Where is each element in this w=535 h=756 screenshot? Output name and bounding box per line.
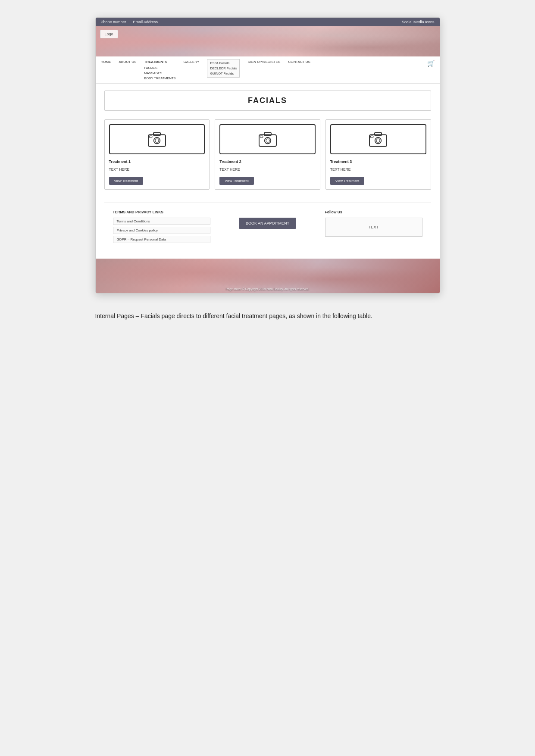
nav-espa-facials[interactable]: ESPA Facials [210,61,237,66]
svg-rect-6 [264,133,271,135]
footer-link-terms[interactable]: Terms and Conditions [113,218,210,225]
svg-rect-11 [375,133,382,135]
view-treatment-btn-3[interactable]: View Treatment [330,177,364,185]
treatment-text-3: TEXT HERE [330,167,351,172]
svg-point-3 [155,139,159,142]
hero-banner: Logo [96,26,440,56]
svg-rect-10 [369,135,387,147]
footer-columns: TERMS AND PRIVACY LINKS Terms and Condit… [104,210,431,252]
nav-treatments[interactable]: TREATMENTS [144,59,175,64]
view-treatment-btn-2[interactable]: View Treatment [219,177,253,185]
camera-icon-2 [257,131,278,148]
nav-contact[interactable]: CONTACT US [288,59,310,64]
phone-label: Phone number [101,20,126,24]
treatment-text-2: TEXT HERE [219,167,240,172]
footer-terms-title: TERMS AND PRIVACY LINKS [113,210,210,214]
svg-rect-1 [153,133,160,135]
nav-facials[interactable]: FACIALS [144,66,175,70]
treatment-text-1: TEXT HERE [109,167,130,172]
svg-point-2 [154,137,160,144]
treatment-image-1 [109,124,205,154]
book-appointment-btn[interactable]: BOOK AN APPOITMENT [239,218,296,229]
follow-us-title: Follow Us [325,210,422,214]
view-treatment-btn-1[interactable]: View Treatment [109,177,143,185]
page-title-section: FACIALS [104,91,431,111]
footer-section: TERMS AND PRIVACY LINKS Terms and Condit… [104,203,431,252]
svg-point-13 [376,139,380,142]
logo: Logo [100,30,118,38]
svg-point-7 [264,137,270,144]
description-text: Internal Pages – Facials page directs to… [95,311,372,322]
treatment-image-2 [219,124,316,154]
treatment-image-3 [330,124,426,154]
cart-icon[interactable]: 🛒 [427,59,435,67]
page-wrapper: Phone number Email Address Social Media … [95,17,440,739]
camera-icon-3 [368,131,388,148]
treatment-card-3: Treatment 3 TEXT HERE View Treatment [325,119,431,190]
nav-body-treatments[interactable]: BODY TREATMENTS [144,76,175,81]
treatment-title-2: Treatment 2 [219,159,241,164]
footer-copyright: Page footer © Copyright 2019 Nina Beauty… [226,287,310,291]
footer-link-gdpr[interactable]: GDPR – Request Personal Data [113,236,210,243]
svg-point-12 [375,137,381,144]
page-title: FACIALS [113,96,422,105]
camera-icon-1 [147,131,167,148]
nav-guinot-facials[interactable]: GUINOT Facials [210,71,237,76]
nav-decleor-facials[interactable]: DECLEOR Facials [210,66,237,71]
footer-image-strip: Page footer © Copyright 2019 Nina Beauty… [96,259,440,293]
main-content: FACIALS Treatment 1 [96,84,440,259]
svg-rect-9 [260,136,263,137]
svg-point-8 [266,139,269,142]
treatment-card-2: Treatment 2 TEXT HERE View Treatment [215,119,320,190]
top-bar: Phone number Email Address Social Media … [96,18,440,26]
footer-book-col: BOOK AN APPOITMENT [219,210,316,229]
svg-rect-4 [149,136,152,137]
treatment-title-1: Treatment 1 [109,159,131,164]
svg-rect-0 [148,135,166,147]
nav-gallery[interactable]: GALLERY [184,59,200,64]
top-bar-left: Phone number Email Address [101,20,158,24]
svg-rect-14 [371,136,373,137]
nav-signup[interactable]: SIGN UP/REGISTER [247,59,280,64]
facials-submenu: ESPA Facials DECLEOR Facials GUINOT Faci… [207,59,240,78]
svg-rect-5 [259,135,276,147]
footer-terms-col: TERMS AND PRIVACY LINKS Terms and Condit… [113,210,210,245]
treatments-grid: Treatment 1 TEXT HERE View Treatment [104,119,431,190]
social-media-label: Social Media Icons [402,20,435,24]
nav-bar: HOME ABOUT US TREATMENTS FACIALS MASSAGE… [96,56,440,84]
nav-home[interactable]: HOME [101,59,111,64]
treatments-sub-menu: FACIALS MASSAGES BODY TREATMENTS [144,66,175,81]
footer-follow-col: Follow Us TEXT [325,210,422,237]
nav-treatments-dropdown: TREATMENTS FACIALS MASSAGES BODY TREATME… [144,59,175,81]
footer-link-privacy[interactable]: Privacy and Cookies policy [113,227,210,234]
email-label: Email Address [133,20,158,24]
follow-us-box: TEXT [325,218,422,237]
nav-about[interactable]: ABOUT US [119,59,137,64]
mockup-frame: Phone number Email Address Social Media … [95,17,440,294]
treatment-card-1: Treatment 1 TEXT HERE View Treatment [104,119,210,190]
nav-massages[interactable]: MASSAGES [144,71,175,75]
treatment-title-3: Treatment 3 [330,159,352,164]
